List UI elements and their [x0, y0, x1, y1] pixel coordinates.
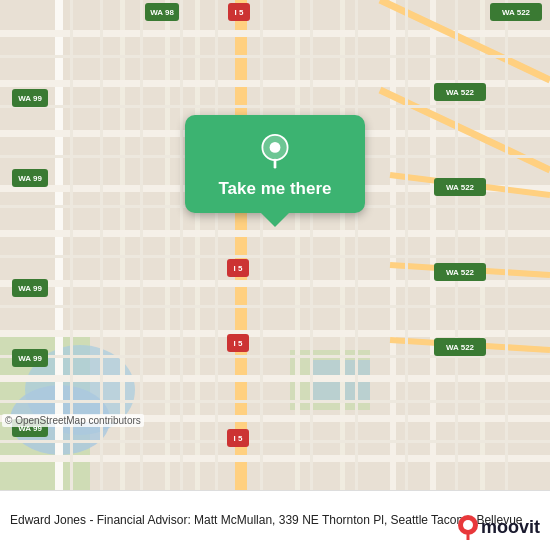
- svg-rect-47: [260, 0, 263, 490]
- svg-rect-22: [0, 230, 550, 237]
- svg-text:I 5: I 5: [234, 434, 243, 443]
- location-pin-icon: [257, 133, 293, 169]
- svg-text:WA 99: WA 99: [18, 174, 42, 183]
- svg-rect-48: [310, 0, 313, 490]
- svg-rect-18: [0, 30, 550, 37]
- svg-text:WA 522: WA 522: [446, 88, 475, 97]
- svg-rect-45: [180, 0, 183, 490]
- map-container: WA 98 I 5 WA 99 WA 99 WA 99 WA 99 WA 99 …: [0, 0, 550, 490]
- svg-rect-49: [355, 0, 358, 490]
- svg-text:WA 99: WA 99: [18, 284, 42, 293]
- svg-rect-51: [455, 0, 458, 490]
- svg-point-84: [270, 142, 281, 153]
- cta-label: Take me there: [218, 179, 331, 199]
- svg-rect-24: [0, 330, 550, 337]
- moovit-brand-name: moovit: [481, 517, 540, 538]
- svg-rect-52: [505, 0, 508, 490]
- svg-text:WA 522: WA 522: [446, 183, 475, 192]
- svg-text:I 5: I 5: [234, 264, 243, 273]
- map-attribution: © OpenStreetMap contributors: [2, 414, 144, 427]
- svg-text:WA 522: WA 522: [446, 268, 475, 277]
- cta-banner[interactable]: Take me there: [185, 115, 365, 213]
- svg-text:I 5: I 5: [234, 339, 243, 348]
- svg-rect-46: [215, 0, 218, 490]
- moovit-logo: moovit: [457, 514, 540, 540]
- svg-rect-50: [405, 0, 408, 490]
- svg-rect-34: [0, 105, 550, 108]
- svg-rect-25: [0, 375, 550, 382]
- svg-rect-40: [0, 400, 550, 403]
- svg-rect-37: [0, 255, 550, 258]
- svg-rect-33: [0, 55, 550, 58]
- svg-text:WA 522: WA 522: [446, 343, 475, 352]
- svg-text:WA 99: WA 99: [18, 354, 42, 363]
- svg-text:I 5: I 5: [235, 8, 244, 17]
- svg-text:WA 522: WA 522: [502, 8, 531, 17]
- svg-point-86: [463, 520, 473, 530]
- svg-rect-38: [0, 305, 550, 308]
- svg-text:WA 99: WA 99: [18, 94, 42, 103]
- moovit-pin-icon: [457, 514, 479, 540]
- svg-rect-23: [0, 280, 550, 287]
- svg-text:WA 98: WA 98: [150, 8, 174, 17]
- svg-rect-41: [0, 440, 550, 443]
- svg-rect-27: [0, 455, 550, 462]
- footer: Edward Jones - Financial Advisor: Matt M…: [0, 490, 550, 550]
